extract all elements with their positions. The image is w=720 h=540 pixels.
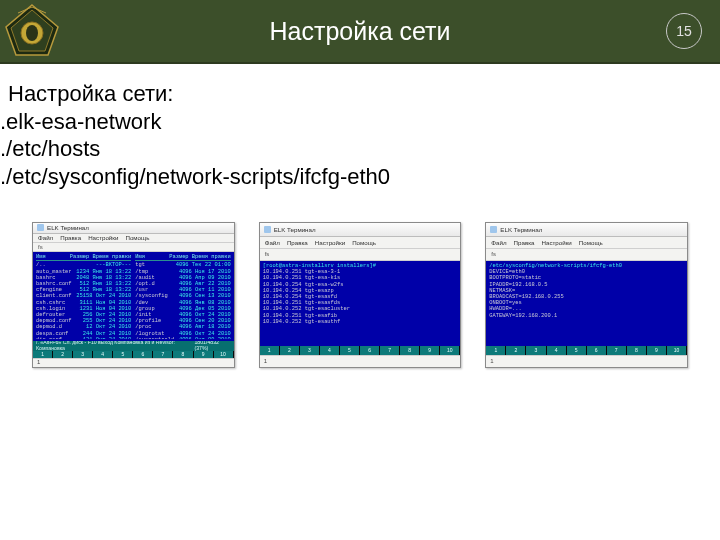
fkey[interactable]: 10 bbox=[214, 351, 233, 358]
fkey-row: 12345678910 bbox=[260, 346, 461, 355]
fkey[interactable]: 8 bbox=[400, 346, 419, 355]
menu-item[interactable]: Файл bbox=[265, 239, 280, 246]
window-title: ELK Терминал bbox=[274, 226, 316, 233]
menu-item[interactable]: Настройки bbox=[315, 239, 345, 246]
window-title: ELK Терминал bbox=[500, 226, 542, 233]
body-item: .elk-esa-network bbox=[0, 108, 700, 136]
menu-item[interactable]: Настройки bbox=[88, 234, 118, 241]
mc-panel: ИмяРазмер Время правки /..---BKTOP---aut… bbox=[33, 252, 234, 341]
window-titlebar: ELK Терминал bbox=[33, 223, 234, 234]
menu-item[interactable]: Помощь bbox=[352, 239, 376, 246]
menu-item[interactable]: Файл bbox=[38, 234, 53, 241]
menu-item[interactable]: Правка bbox=[287, 239, 308, 246]
list-item: 10.194.0.252 tgt-esauthf bbox=[263, 319, 458, 325]
window-menubar: Файл Правка Настройки Помощь bbox=[486, 237, 687, 249]
window-tab-bar: 1 bbox=[33, 358, 234, 367]
fkey[interactable]: 1 bbox=[260, 346, 279, 355]
screenshots-row: ELK Терминал Файл Правка Настройки Помощ… bbox=[32, 222, 688, 368]
terminal-window-b: ELK Терминал Файл Правка Настройки Помощ… bbox=[259, 222, 462, 368]
fkey[interactable]: 6 bbox=[133, 351, 152, 358]
tab-label[interactable]: 1 bbox=[490, 358, 493, 365]
fkey[interactable]: 5 bbox=[567, 346, 586, 355]
body-heading: Настройка сети: bbox=[0, 80, 700, 108]
body-item: ./etc/sysconfig/network-scripts/ifcfg-et… bbox=[0, 163, 700, 191]
window-titlebar: ELK Терминал bbox=[486, 223, 687, 237]
fkey-row: 12345678910 bbox=[33, 351, 234, 358]
fkey[interactable]: 6 bbox=[360, 346, 379, 355]
fkey[interactable]: 10 bbox=[440, 346, 459, 355]
terminal-window-c: ELK Терминал Файл Правка Настройки Помощ… bbox=[485, 222, 688, 368]
fkey[interactable]: 7 bbox=[153, 351, 172, 358]
fkey[interactable]: 9 bbox=[420, 346, 439, 355]
fkey-row: 12345678910 bbox=[486, 346, 687, 355]
svg-point-3 bbox=[26, 25, 38, 41]
menu-item[interactable]: Настройки bbox=[541, 239, 571, 246]
toolbar-text: fs bbox=[265, 251, 270, 258]
window-toolbar: fs bbox=[260, 249, 461, 261]
editor-body: /etc/sysconfig/network-scripts/ifcfg-eth… bbox=[486, 261, 687, 346]
fkey[interactable]: 2 bbox=[53, 351, 72, 358]
list-item: GATEWAY=192.168.200.1 bbox=[489, 313, 684, 319]
page-number-badge: 15 bbox=[666, 13, 702, 49]
tab-label[interactable]: 1 bbox=[37, 359, 40, 366]
fkey[interactable]: 8 bbox=[627, 346, 646, 355]
window-menubar: Файл Правка Настройки Помощь bbox=[33, 234, 234, 243]
app-icon bbox=[490, 226, 497, 233]
right-panel: ИмяРазмер Время правки tgt4096 Тек 22 01… bbox=[135, 254, 230, 339]
menu-item[interactable]: Помощь bbox=[125, 234, 149, 241]
terminal-window-a: ELK Терминал Файл Правка Настройки Помощ… bbox=[32, 222, 235, 368]
window-title: ELK Терминал bbox=[47, 224, 89, 231]
window-toolbar: fs bbox=[33, 243, 234, 252]
toolbar-text: fs bbox=[491, 251, 496, 258]
fkey[interactable]: 7 bbox=[607, 346, 626, 355]
fkey[interactable]: 6 bbox=[587, 346, 606, 355]
menu-item[interactable]: Правка bbox=[60, 234, 81, 241]
tab-label[interactable]: 1 bbox=[264, 358, 267, 365]
fkey[interactable]: 3 bbox=[300, 346, 319, 355]
fkey[interactable]: 8 bbox=[173, 351, 192, 358]
app-icon bbox=[264, 226, 271, 233]
list-item: dir.conf121 Окт 24 2010 bbox=[36, 337, 131, 339]
window-menubar: Файл Правка Настройки Помощь bbox=[260, 237, 461, 249]
menu-item[interactable]: Помощь bbox=[579, 239, 603, 246]
window-toolbar: fs bbox=[486, 249, 687, 261]
slide-title: Настройка сети bbox=[269, 17, 450, 46]
fkey[interactable]: 4 bbox=[320, 346, 339, 355]
fkey[interactable]: 1 bbox=[486, 346, 505, 355]
fkey[interactable]: 9 bbox=[194, 351, 213, 358]
toolbar-text: fs bbox=[38, 244, 43, 251]
fkey[interactable]: 3 bbox=[73, 351, 92, 358]
fkey[interactable]: 9 bbox=[647, 346, 666, 355]
fkey[interactable]: 5 bbox=[340, 346, 359, 355]
body-item: ./etc/hosts bbox=[0, 135, 700, 163]
fkey[interactable]: 4 bbox=[547, 346, 566, 355]
title-bar: Настройка сети 15 bbox=[0, 0, 720, 64]
editor-body: [root@astra-installsrv installers]# 10.1… bbox=[260, 261, 461, 346]
body-text: Настройка сети: .elk-esa-network ./etc/h… bbox=[0, 80, 700, 190]
mc-status: /. «Alt+F6» Сл. диск - F10 выход Компано… bbox=[33, 341, 234, 351]
left-panel: ИмяРазмер Время правки /..---BKTOP---aut… bbox=[36, 254, 131, 339]
page-number: 15 bbox=[676, 23, 692, 39]
window-tab-bar: 1 bbox=[260, 355, 461, 367]
fkey[interactable]: 5 bbox=[113, 351, 132, 358]
fkey[interactable]: 2 bbox=[280, 346, 299, 355]
fkey[interactable]: 7 bbox=[380, 346, 399, 355]
fkey[interactable]: 10 bbox=[667, 346, 686, 355]
list-item: /syscentrald4096 Окт 09 2010 bbox=[135, 337, 230, 339]
window-titlebar: ELK Терминал bbox=[260, 223, 461, 237]
fkey[interactable]: 2 bbox=[506, 346, 525, 355]
menu-item[interactable]: Файл bbox=[491, 239, 506, 246]
slide: Настройка сети 15 Настройка сети: .elk-e… bbox=[0, 0, 720, 540]
fkey[interactable]: 3 bbox=[526, 346, 545, 355]
fkey[interactable]: 1 bbox=[33, 351, 52, 358]
menu-item[interactable]: Правка bbox=[514, 239, 535, 246]
fkey[interactable]: 4 bbox=[93, 351, 112, 358]
window-tab-bar: 1 bbox=[486, 355, 687, 367]
app-icon bbox=[37, 224, 44, 231]
emblem-icon bbox=[4, 3, 60, 59]
